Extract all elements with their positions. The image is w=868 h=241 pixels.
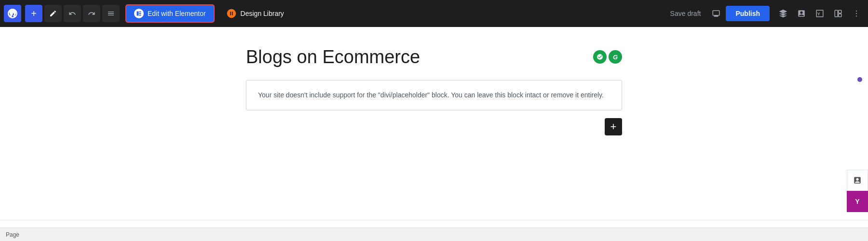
add-block-label: + [610,120,617,133]
svg-rect-1 [139,12,141,13]
svg-point-8 [856,11,857,12]
svg-point-9 [856,13,857,14]
design-library-button[interactable]: Design Library [220,5,290,22]
add-button[interactable]: + [25,5,42,22]
page-editor: Blogs on Ecommerce G Your site doesn't i… [246,46,622,135]
stackpath-icon-button[interactable] [775,6,791,21]
status-dot [857,77,862,82]
grammarly-g-icon[interactable]: G [609,50,622,64]
toolbar-right-icons: Y [775,6,864,21]
yoast-floating-button[interactable]: Y [847,191,868,212]
yoast-icon-button[interactable]: Y [812,6,827,21]
preview-button[interactable] [708,6,724,21]
svg-point-10 [856,15,857,16]
main-toolbar: + Edit with Elementor Design Library Sav… [0,0,868,27]
block-list-button[interactable] [102,5,120,22]
add-block-button[interactable]: + [605,118,622,135]
edit-with-elementor-button[interactable]: Edit with Elementor [125,4,215,23]
content-area: Blogs on Ecommerce G Your site doesn't i… [0,27,868,220]
save-draft-label: Save draft [670,10,701,17]
design-library-icon [226,8,237,19]
page-title[interactable]: Blogs on Ecommerce [246,46,420,68]
design-library-label: Design Library [241,10,284,17]
svg-rect-5 [835,10,838,17]
publish-button[interactable]: Publish [726,6,770,21]
svg-rect-2 [139,13,141,14]
status-bar: Page [0,228,868,241]
save-draft-button[interactable]: Save draft [665,7,707,20]
svg-rect-6 [839,10,841,13]
status-bar-label: Page [6,231,19,238]
undo-button[interactable] [64,5,81,22]
grammarly-check-icon[interactable] [593,50,607,64]
edit-button[interactable] [44,5,62,22]
svg-text:Y: Y [817,12,820,16]
svg-rect-0 [137,12,139,16]
right-floating-panel: Y [847,170,868,212]
svg-rect-7 [839,14,841,17]
page-title-row: Blogs on Ecommerce G [246,46,622,68]
block-warning-text: Your site doesn't include support for th… [258,91,604,99]
layout-icon-button[interactable] [830,6,846,21]
publish-label: Publish [735,10,760,17]
svg-rect-3 [139,15,141,16]
title-icons: G [593,46,622,64]
document-overview-button[interactable] [847,170,868,191]
more-options-button[interactable] [849,6,864,21]
elementor-icon [134,9,144,18]
redo-button[interactable] [83,5,100,22]
edit-elementor-label: Edit with Elementor [148,10,206,17]
layers-icon-button[interactable] [794,6,809,21]
wordpress-logo[interactable] [4,5,21,22]
block-placeholder-warning: Your site doesn't include support for th… [246,80,622,110]
